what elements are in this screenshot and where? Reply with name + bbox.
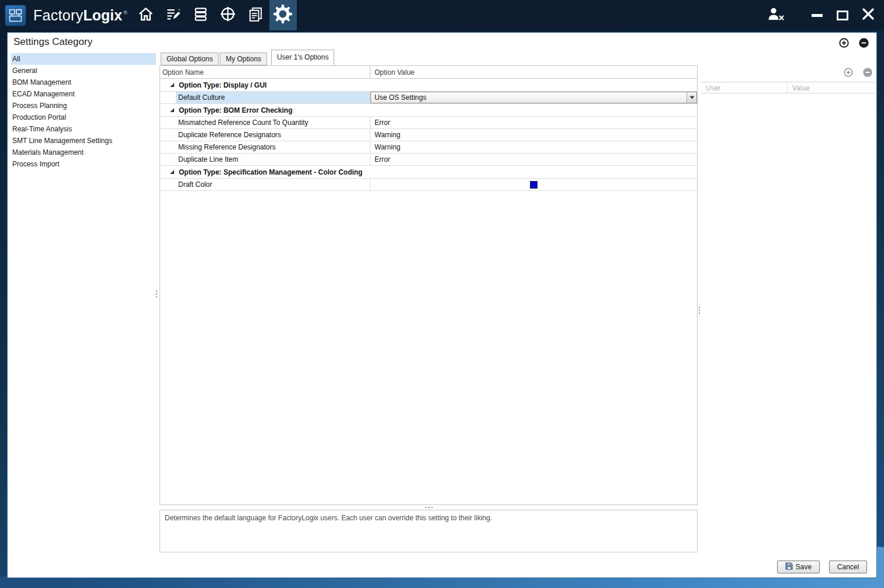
sidebar-item-general[interactable]: General xyxy=(11,65,156,76)
maximize-button[interactable] xyxy=(830,0,855,30)
nav-settings-button[interactable] xyxy=(269,0,297,30)
option-row[interactable]: Missing Reference DesignatorsWarning xyxy=(160,141,697,154)
option-value: Use OS Settings xyxy=(370,92,697,103)
plus-circle-icon xyxy=(839,38,849,48)
sidebar-item-ecad-management[interactable]: ECAD Management xyxy=(11,88,156,100)
category-actions xyxy=(839,38,869,48)
brand-factory: Factory xyxy=(33,7,83,24)
option-value: Warning xyxy=(370,129,697,141)
option-group-title: Option Type: Specification Management - … xyxy=(177,168,362,176)
nav-home-button[interactable] xyxy=(132,0,160,30)
cancel-button-label: Cancel xyxy=(837,563,859,571)
sidebar-item-production-portal[interactable]: Production Portal xyxy=(11,112,156,123)
option-value: Error xyxy=(370,154,697,165)
close-icon xyxy=(862,8,875,23)
description-splitter[interactable] xyxy=(425,506,434,509)
remove-user-value-button[interactable] xyxy=(863,68,873,78)
compass-target-icon xyxy=(220,6,236,25)
option-row[interactable]: Duplicate Reference DesignatorsWarning xyxy=(160,129,697,141)
add-category-button[interactable] xyxy=(839,38,849,48)
tab-global-options[interactable]: Global Options xyxy=(161,53,219,65)
tab-my-options[interactable]: My Options xyxy=(220,53,267,65)
option-row[interactable]: Draft Color xyxy=(160,179,697,191)
sidebar-splitter[interactable] xyxy=(155,290,158,299)
cancel-button[interactable]: Cancel xyxy=(829,561,867,573)
maximize-icon xyxy=(837,11,848,20)
nav-npi-button[interactable] xyxy=(160,0,187,30)
close-button[interactable] xyxy=(855,0,881,30)
nav-reports-button[interactable] xyxy=(242,0,269,30)
option-row[interactable]: Mismatched Reference Count To QuantityEr… xyxy=(160,117,697,129)
option-description: Determines the default language for Fact… xyxy=(160,510,698,552)
collapse-group-icon[interactable] xyxy=(169,169,177,175)
sidebar-item-real-time-analysis[interactable]: Real-Time Analysis xyxy=(11,123,156,135)
remove-category-button[interactable] xyxy=(859,38,869,48)
user-overrides-actions xyxy=(701,65,875,82)
option-group-title: Option Type: Display / GUI xyxy=(177,81,266,89)
row-indent xyxy=(160,154,176,165)
nav-logistics-button[interactable] xyxy=(214,0,242,30)
color-swatch[interactable] xyxy=(530,181,538,189)
registered-mark: ® xyxy=(123,10,127,16)
factorylogix-logo-icon xyxy=(8,8,23,23)
plus-circle-icon xyxy=(844,68,853,77)
save-icon xyxy=(785,562,793,572)
column-header-option-value[interactable]: Option Value xyxy=(370,66,697,78)
option-name: Missing Reference Designators xyxy=(176,141,370,153)
gear-icon xyxy=(273,5,292,26)
collapse-group-icon[interactable] xyxy=(169,107,177,113)
option-row[interactable]: Duplicate Line ItemError xyxy=(160,154,697,166)
user-overrides-header: User Value xyxy=(701,82,875,93)
option-row[interactable]: Default CultureUse OS Settings xyxy=(160,92,697,104)
option-group-header[interactable]: Option Type: BOM Error Checking xyxy=(160,104,697,117)
option-group-header[interactable]: Option Type: Display / GUI xyxy=(160,79,697,92)
row-indent xyxy=(160,141,176,153)
minus-circle-icon xyxy=(863,68,872,77)
option-value-dropdown[interactable]: Use OS Settings xyxy=(370,92,697,103)
sidebar-item-all[interactable]: All xyxy=(11,53,156,65)
sidebar-item-process-import[interactable]: Process Import xyxy=(11,158,156,170)
dropdown-arrow-icon[interactable] xyxy=(687,92,696,103)
option-value: Warning xyxy=(370,141,697,153)
minimize-button[interactable] xyxy=(804,0,830,30)
row-indent xyxy=(160,179,176,190)
documents-icon xyxy=(248,6,264,25)
sidebar-item-materials-management[interactable]: Materials Management xyxy=(11,147,156,158)
option-name: Draft Color xyxy=(176,179,370,190)
panel-splitter[interactable] xyxy=(698,306,701,315)
row-indent xyxy=(160,129,176,141)
column-header-user[interactable]: User xyxy=(701,82,788,93)
column-header-option-name[interactable]: Option Name xyxy=(160,66,370,78)
user-x-icon xyxy=(767,7,785,23)
settings-window: Settings Category AllGeneralBOM Manageme… xyxy=(7,32,877,578)
titlebar: Factory Logix ® xyxy=(0,0,884,30)
app-title: Factory Logix ® xyxy=(33,7,127,24)
options-table-header: Option Name Option Value xyxy=(160,66,697,79)
option-value xyxy=(370,179,697,190)
row-indent xyxy=(160,92,176,103)
option-name: Duplicate Line Item xyxy=(176,154,370,165)
column-header-value[interactable]: Value xyxy=(788,82,875,93)
tab-user-1-s-options[interactable]: User 1's Options xyxy=(271,50,334,65)
user-overrides-panel: User Value xyxy=(701,65,875,93)
option-name: Duplicate Reference Designators xyxy=(176,129,370,141)
minimize-icon xyxy=(812,14,823,17)
option-group-header[interactable]: Option Type: Specification Management - … xyxy=(160,166,697,179)
layers-stack-icon xyxy=(193,6,209,25)
option-name: Mismatched Reference Count To Quantity xyxy=(176,117,370,128)
main-nav xyxy=(132,0,297,30)
brand-logix: Logix xyxy=(83,7,122,24)
sidebar-item-smt-line-management-settings[interactable]: SMT Line Management Settings xyxy=(11,135,156,147)
save-button-label: Save xyxy=(796,563,812,571)
collapse-group-icon[interactable] xyxy=(169,82,177,88)
nav-production-button[interactable] xyxy=(187,0,214,30)
sidebar-item-bom-management[interactable]: BOM Management xyxy=(11,76,156,88)
document-edit-icon xyxy=(165,6,181,25)
add-user-value-button[interactable] xyxy=(844,68,854,78)
save-button[interactable]: Save xyxy=(777,561,820,573)
option-value: Error xyxy=(370,117,697,128)
user-logout-button[interactable] xyxy=(763,0,789,30)
row-indent xyxy=(160,117,176,128)
options-table-body: Option Type: Display / GUIDefault Cultur… xyxy=(160,79,697,191)
sidebar-item-process-planning[interactable]: Process Planning xyxy=(11,100,156,112)
